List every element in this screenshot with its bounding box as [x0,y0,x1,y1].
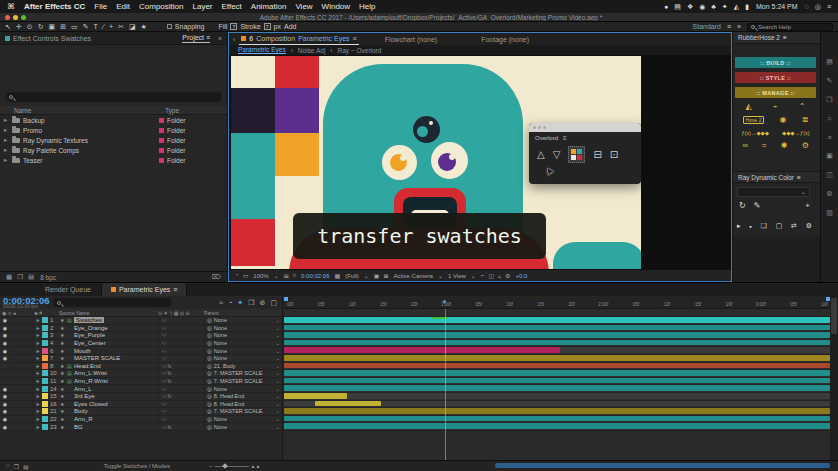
scooter-icon[interactable]: ≈ [762,141,766,150]
layer-switches[interactable]: ▫ ∕ [158,325,204,332]
overlord-zoom-button[interactable] [543,126,546,129]
layer-expand-icon[interactable]: ▸ [34,393,42,399]
pencil-icon[interactable]: ✎ [754,201,761,210]
av-spacer-cells[interactable] [10,332,34,339]
mask-visibility-icon[interactable]: ▦ [334,272,340,279]
video-eye-icon[interactable]: ◉ [0,340,10,346]
siri-icon[interactable]: ◎ [815,3,821,11]
parent-pickwhip-icon[interactable]: ◎ [207,348,212,354]
pull-down-icon[interactable]: ▽ [553,149,561,160]
info-panel-icon[interactable]: ▥ [826,209,833,217]
preview-panel-icon[interactable]: ▣ [826,152,833,160]
am-pm-toggle-icon[interactable]: ⌾ [6,463,10,470]
status-dot-icon[interactable]: ● [664,3,668,11]
layer-expand-icon[interactable]: ▸ [34,378,42,384]
add-label[interactable]: Add [284,23,296,30]
fill-swatch[interactable]: ? [230,23,237,30]
parent-column[interactable]: Parent [204,310,282,316]
puppet-pin-tool[interactable]: ★ [141,23,147,31]
project-folder-row-ray-dynamic-textures[interactable]: ▸Ray Dynamic TexturesFolder [0,135,227,145]
layer-expand-icon[interactable]: ▸ [34,355,42,361]
av-spacer-cells[interactable] [10,416,34,423]
layer-expand-icon[interactable]: ▸ [34,363,42,369]
type-tool[interactable]: T [94,23,98,31]
layer-label-chip[interactable] [42,416,48,422]
grid-panel-icon[interactable]: ⌗ [828,115,832,123]
label-color-swatch[interactable] [159,128,164,133]
breadcrumb-noise-adj[interactable]: Noise Adj [298,47,325,54]
snapping-checkbox[interactable] [167,24,172,29]
parent-dropdown[interactable]: ◎7. MASTER SCALE⌄ [204,378,282,385]
workspace-overflow-icon[interactable]: » [737,23,741,30]
export-slate-icon[interactable]: ⊡ [610,149,618,160]
exposure-gear-icon[interactable]: ⚙ [505,272,510,279]
layer-duration-bar[interactable] [284,378,830,384]
layer-label-chip[interactable] [42,401,48,407]
project-folder-row-ray-palette-comps[interactable]: ▸Ray Palette CompsFolder [0,145,227,155]
av-spacer-cells[interactable] [10,393,34,400]
help-search-input[interactable]: Search Help [747,23,833,31]
layer-expand-icon[interactable]: ▸ [34,317,42,323]
app-bug-icon[interactable]: ❖ [687,3,693,11]
layer-expand-icon[interactable]: ▸ [34,386,42,392]
library-panel-icon[interactable]: ◫ [826,171,833,179]
layer-duration-bar[interactable] [284,347,560,353]
layer-bar-row-arm-r[interactable] [284,416,830,424]
layer-bar-row-arm-r-wrist[interactable] [284,378,830,386]
rubberhose-section--build-[interactable]: :: BUILD :: [735,57,816,68]
video-eye-icon[interactable]: ◉ [0,386,10,392]
layer-label-chip[interactable] [42,424,48,430]
layer-label-chip[interactable] [42,317,48,323]
display-icon[interactable]: ▤ [674,3,681,11]
parent-caret-icon[interactable]: ⌄ [275,363,282,369]
parent-dropdown[interactable]: ◎None⌄ [204,347,282,354]
tab-flowchart[interactable]: Flowchart (none) [385,36,438,43]
layer-row-head-end[interactable]: ▸8★▤Head:End▫ ∕ fx◎21. Body⌄ [0,363,282,371]
layer-name[interactable]: MASTER SCALE [74,355,158,361]
layer-name[interactable]: Head:End [74,363,158,369]
label-color-swatch[interactable] [159,148,164,153]
av-spacer-cells[interactable] [10,423,34,430]
layer-expand-icon[interactable]: ▸ [34,370,42,376]
layer-expand-icon[interactable]: ▸ [34,348,42,354]
notification-center-icon[interactable]: ≡ [827,3,831,11]
layer-label-chip[interactable] [42,386,48,392]
battery-icon[interactable]: ▮ [745,3,749,11]
layer-name[interactable]: Body [74,408,158,414]
viewer-current-time[interactable]: 0:00:02:06 [301,273,329,279]
source-name-column[interactable]: Source Name [59,310,158,316]
column-name[interactable]: Name [14,107,165,114]
parent-pickwhip-icon[interactable]: ◎ [207,370,212,376]
rubberhose-tab[interactable]: RubberHose 2 ≡ [733,32,820,44]
menu-item-animation[interactable]: Animation [251,2,287,11]
selection-tool[interactable]: ↖ [5,23,11,31]
menu-item-file[interactable]: File [94,2,107,11]
layer-label-chip[interactable] [42,363,48,369]
layer-switches[interactable]: ▫ ∕ [158,416,204,423]
layer-name[interactable]: Arm_R:Wrist [74,378,158,384]
layer-duration-bar[interactable] [284,325,830,331]
video-eye-icon[interactable]: ◉ [0,348,10,354]
layer-row-arm-r[interactable]: ◉▸22★Arm_R▫ ∕◎None⌄ [0,416,282,424]
layer-duration-bar[interactable] [315,401,381,407]
av-spacer-cells[interactable] [10,340,34,347]
layer-label-chip[interactable] [42,370,48,376]
layer-bar-row-mouth[interactable] [284,347,830,355]
tab-effect-controls[interactable]: Effect Controls Swatches [5,35,91,42]
stroke-swatch[interactable]: ? [264,23,271,30]
layer-row-3rd-eye[interactable]: ◉▸15★3rd Eye▫ ∕ fx◎8. Head:End⌄ [0,393,282,401]
spark-icon[interactable]: ✦ [722,3,728,11]
parent-pickwhip-icon[interactable]: ◎ [207,325,212,331]
magnification-caret-icon[interactable]: ⌄ [274,272,279,279]
layer-expand-icon[interactable]: ▸ [34,424,42,430]
parent-caret-icon[interactable]: ⌄ [275,408,282,414]
menu-item-effect[interactable]: Effect [222,2,242,11]
brainstorm-icon[interactable]: ⊘ [260,299,266,307]
breadcrumb-ray-overlord[interactable]: Ray ~ Overlord [338,47,382,54]
slate-icon[interactable]: ⊟ [593,149,601,160]
push-up-icon[interactable]: △ [537,149,545,160]
parent-caret-icon[interactable]: ⌄ [275,424,282,430]
layer-switches[interactable]: ▫ ∕ fx [158,423,204,430]
parent-dropdown[interactable]: ◎7. MASTER SCALE⌄ [204,370,282,377]
project-panel-menu-icon[interactable]: ≡ [206,34,210,41]
